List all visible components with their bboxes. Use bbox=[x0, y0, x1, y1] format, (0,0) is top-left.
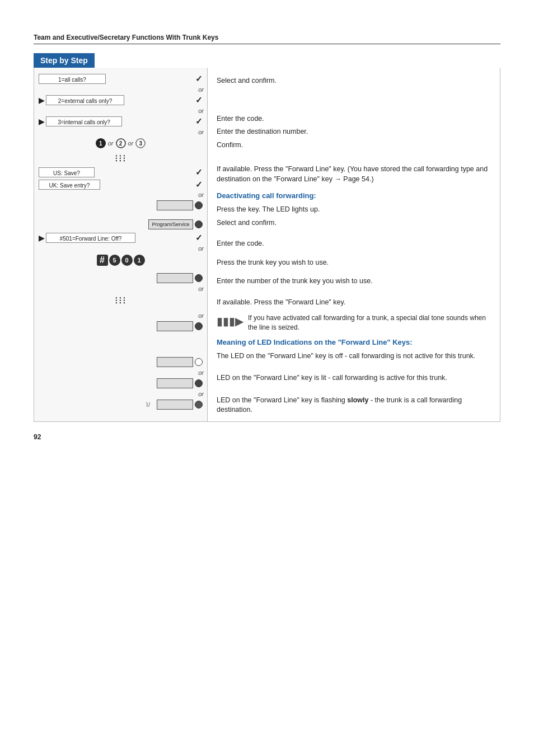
right-confirm: Confirm. bbox=[217, 139, 491, 152]
row-us-save: US: Save? ✓ bbox=[34, 166, 207, 179]
row-uk-save: UK: Save entry? ✓ bbox=[34, 179, 207, 191]
circle-2: 2 bbox=[116, 138, 126, 148]
program-service-btn: Program/Service bbox=[148, 219, 193, 229]
label-us-save: US: Save? bbox=[39, 167, 95, 177]
check-501: ✓ bbox=[195, 233, 203, 243]
row-led-flash: ⌇/ bbox=[34, 398, 207, 411]
led-program bbox=[195, 220, 203, 228]
label-uk-save: UK: Save entry? bbox=[39, 180, 100, 190]
or-5: or bbox=[34, 245, 207, 252]
right-led-flash-text: LED on the "Forward Line" key is flashin… bbox=[217, 394, 491, 417]
row-led-lit bbox=[34, 377, 207, 390]
row-num-circles: 1 or 2 or 3 bbox=[34, 136, 207, 151]
led-flash bbox=[195, 401, 203, 408]
right-enter-code-2: Enter the code. bbox=[217, 237, 491, 251]
note-box: ▮▮▮▶ If you have activated call forwardi… bbox=[217, 313, 491, 332]
row-external-calls: ▶ 2=external calls only? ✓ bbox=[34, 93, 207, 107]
right-if-available-2: If available. Press the "Forward Line" k… bbox=[217, 296, 491, 309]
or-9: or bbox=[34, 390, 207, 398]
right-if-available: If available. Press the "Forward Line" k… bbox=[217, 163, 491, 186]
check-us-save: ✓ bbox=[195, 167, 203, 177]
note-text: If you have activated call forwarding fo… bbox=[248, 313, 491, 332]
right-column: Select and confirm. Enter the code. Ente… bbox=[208, 68, 500, 421]
label-501: #501=Forward Line: Off? bbox=[46, 233, 135, 243]
row-program-service: Program/Service bbox=[34, 218, 207, 231]
right-press-key-led: Press the key. The LED lights up. bbox=[217, 203, 491, 217]
keypad-icon-2: ⁝⁝⁝ bbox=[115, 294, 127, 307]
right-select-confirm-2: Select and confirm. bbox=[217, 217, 491, 230]
right-led-off-text: The LED on the "Forward Line" key is off… bbox=[217, 350, 491, 363]
row-fwd-line-1 bbox=[34, 199, 207, 212]
led-1 bbox=[195, 201, 203, 209]
page-number: 92 bbox=[34, 433, 500, 441]
row-internal-calls: ▶ 3=internal calls only? ✓ bbox=[34, 115, 207, 128]
hash-symbol: # bbox=[97, 255, 108, 266]
row-all-calls: 1=all calls? ✓ bbox=[34, 72, 207, 86]
row-fwd-line-2 bbox=[34, 320, 207, 333]
trunk-btn bbox=[157, 273, 193, 283]
or-6: or bbox=[34, 285, 207, 293]
left-column: 1=all calls? ✓ or ▶ 2=external calls onl… bbox=[34, 68, 208, 421]
note-icon: ▮▮▮▶ bbox=[217, 314, 243, 328]
led-2 bbox=[195, 322, 203, 330]
circle-hash-0: 0 bbox=[121, 255, 133, 266]
row-501: ▶ #501=Forward Line: Off? ✓ bbox=[34, 231, 207, 245]
or-4: or bbox=[34, 191, 207, 199]
step-by-step-container: Step by Step 1=all calls? ✓ or ▶ 2=exter… bbox=[34, 53, 500, 422]
deactivating-heading: Deactivating call forwarding: bbox=[217, 191, 491, 200]
circle-hash-5: 5 bbox=[109, 255, 120, 266]
row-hash-circles: # 5 0 1 bbox=[34, 252, 207, 268]
right-enter-code: Enter the code. bbox=[217, 112, 491, 126]
row-trunk-btn bbox=[34, 271, 207, 285]
right-press-trunk: Press the trunk key you wish to use. bbox=[217, 256, 491, 270]
right-enter-trunk-num: Enter the number of the trunk key you wi… bbox=[217, 275, 491, 288]
check-uk-save: ✓ bbox=[195, 180, 203, 190]
or-2: or bbox=[34, 107, 207, 115]
or-8: or bbox=[34, 369, 207, 377]
label-all-calls: 1=all calls? bbox=[39, 74, 106, 84]
or-3: or bbox=[34, 128, 207, 136]
label-internal-calls: 3=internal calls only? bbox=[46, 116, 122, 126]
page-header: Team and Executive/Secretary Functions W… bbox=[34, 34, 500, 44]
fwd-line-btn-flash bbox=[157, 400, 193, 410]
or-word-2: or bbox=[128, 140, 134, 147]
check-internal-calls: ✓ bbox=[195, 116, 203, 126]
row-led-off bbox=[34, 355, 207, 369]
content-area: 1=all calls? ✓ or ▶ 2=external calls onl… bbox=[34, 68, 500, 422]
led-off bbox=[195, 358, 203, 366]
right-enter-dest: Enter the destination number. bbox=[217, 125, 491, 139]
row-keypad-2: ⁝⁝⁝ bbox=[34, 293, 207, 308]
step-by-step-label: Step by Step bbox=[34, 53, 95, 68]
fwd-line-btn-off bbox=[157, 357, 193, 367]
led-trunk bbox=[195, 274, 203, 282]
fwd-line-btn-1 bbox=[157, 200, 193, 210]
or-word-1: or bbox=[108, 140, 114, 147]
keypad-icon-1: ⁝⁝⁝ bbox=[115, 152, 127, 165]
check-all-calls: ✓ bbox=[195, 74, 203, 84]
meaning-heading: Meaning of LED Indications on the "Forwa… bbox=[217, 338, 491, 346]
led-lit bbox=[195, 379, 203, 387]
check-external-calls: ✓ bbox=[195, 95, 203, 105]
right-led-lit-text: LED on the "Forward Line" key is lit - c… bbox=[217, 372, 491, 385]
or-7: or bbox=[34, 312, 207, 320]
circle-3: 3 bbox=[135, 138, 146, 148]
circle-hash-1: 1 bbox=[134, 255, 145, 266]
fwd-line-btn-2 bbox=[157, 321, 193, 331]
or-1: or bbox=[34, 86, 207, 93]
row-keypad-1: ⁝⁝⁝ bbox=[34, 151, 207, 166]
right-select-confirm: Select and confirm. bbox=[217, 74, 491, 88]
fwd-line-btn-lit bbox=[157, 378, 193, 388]
circle-1: 1 bbox=[96, 138, 106, 148]
label-external-calls: 2=external calls only? bbox=[46, 95, 124, 105]
